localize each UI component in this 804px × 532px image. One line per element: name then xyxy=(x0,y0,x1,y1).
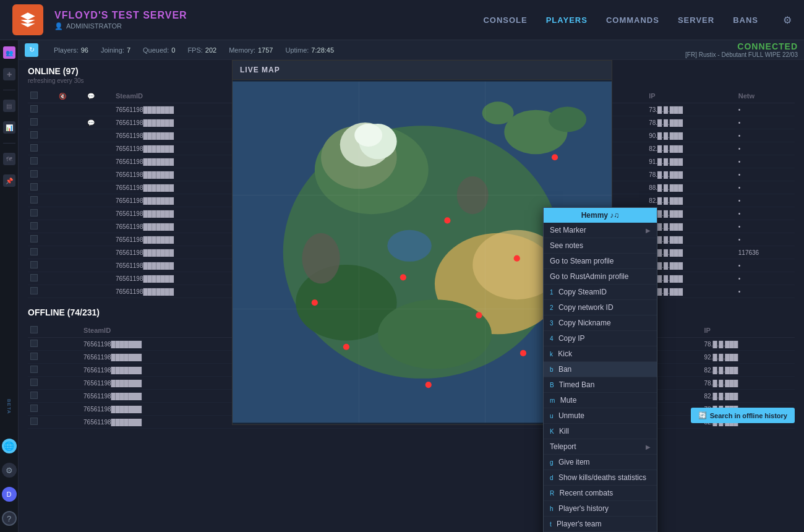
sidebar-icon-pin[interactable]: 📌 xyxy=(3,174,15,187)
cm-set-marker[interactable]: Set Marker ▶ xyxy=(544,223,657,238)
nav-bans[interactable]: BANS xyxy=(733,15,758,25)
row-checkbox[interactable] xyxy=(30,131,38,139)
cm-recent-combats[interactable]: R Recent combats xyxy=(544,486,657,501)
top-navigation: VFLOYD'S TEST SERVER 👤 ADMINISTRATOR CON… xyxy=(0,0,804,40)
row-checkbox[interactable] xyxy=(30,261,38,268)
svg-point-21 xyxy=(552,154,558,160)
refresh-button[interactable]: ↻ xyxy=(25,43,38,57)
row-checkbox[interactable] xyxy=(30,196,38,204)
cm-ban[interactable]: b Ban xyxy=(544,362,657,377)
cm-copy-network-id[interactable]: 2 Copy network ID xyxy=(544,300,657,315)
row-checkbox[interactable] xyxy=(30,209,38,217)
discord-icon[interactable]: D xyxy=(2,487,17,502)
globe-icon[interactable]: 🌐 xyxy=(2,439,17,453)
joining-label: Joining: xyxy=(101,46,124,54)
row-checkbox[interactable] xyxy=(30,392,38,399)
row-checkbox[interactable] xyxy=(30,366,38,373)
sidebar-divider-2 xyxy=(3,143,15,144)
row-checkbox[interactable] xyxy=(30,157,38,165)
row-checkbox[interactable] xyxy=(30,170,38,178)
cm-give-item[interactable]: g Give item xyxy=(544,455,657,470)
cm-label: b Ban xyxy=(550,365,571,374)
steamid-cell: 76561198███████ xyxy=(81,416,232,429)
settings-icon[interactable]: ⚙ xyxy=(783,14,792,26)
row-checkbox[interactable] xyxy=(30,183,38,191)
row-checkbox[interactable] xyxy=(30,418,38,425)
sidebar-icon-crosshair[interactable]: ✚ xyxy=(3,68,15,80)
sidebar-icon-filter[interactable]: ▤ xyxy=(3,100,15,112)
cm-copy-steamid[interactable]: 1 Copy SteamID xyxy=(544,285,657,300)
cm-mute[interactable]: m Mute xyxy=(544,393,657,408)
nav-players[interactable]: PLAYERS xyxy=(546,15,588,25)
help-icon[interactable]: ? xyxy=(2,511,17,526)
nav-commands[interactable]: COMMANDS xyxy=(606,15,659,25)
ip-cell: 78.█.█.███ xyxy=(646,285,736,298)
joining-value: 7 xyxy=(127,46,130,54)
nav-server[interactable]: SERVER xyxy=(678,15,714,25)
netw-cell: • xyxy=(736,285,795,298)
ip-cell: 90.█.█.███ xyxy=(646,259,736,272)
row-checkbox[interactable] xyxy=(30,340,38,347)
row-checkbox[interactable] xyxy=(30,118,38,126)
cm-kick[interactable]: k Kick xyxy=(544,346,657,362)
cm-steam-profile[interactable]: Go to Steam profile xyxy=(544,254,657,269)
col-ip2: IP xyxy=(702,324,795,338)
netw-cell: • xyxy=(736,155,795,168)
header-checkbox[interactable] xyxy=(30,92,38,99)
cm-key: 1 xyxy=(550,289,554,296)
cm-see-notes[interactable]: See notes xyxy=(544,238,657,254)
cm-kill[interactable]: K Kill xyxy=(544,424,657,439)
sidebar-icon-players[interactable]: 👥 xyxy=(3,46,15,59)
row-checkbox[interactable] xyxy=(30,248,38,255)
status-uptime: Uptime: 7:28:45 xyxy=(285,46,334,54)
col-chat xyxy=(69,324,81,338)
cm-copy-ip[interactable]: 4 Copy IP xyxy=(544,331,657,346)
ip-cell: 82.█.█.███ xyxy=(646,233,736,246)
cm-label: 1 Copy SteamID xyxy=(550,288,607,296)
cm-label: K Kill xyxy=(550,427,569,435)
status-fps: FPS: 202 xyxy=(187,46,216,54)
sidebar-icon-map[interactable]: 🗺 xyxy=(3,153,15,165)
row-checkbox[interactable] xyxy=(30,144,38,152)
netw-cell: • xyxy=(736,259,795,272)
cm-unmute[interactable]: u Unmute xyxy=(544,408,657,424)
row-checkbox[interactable] xyxy=(30,287,38,294)
cm-rustadmin-profile[interactable]: Go to RustAdmin profile xyxy=(544,269,657,285)
ip-cell: 82.█.█.███ xyxy=(646,142,736,155)
sidebar-divider-1 xyxy=(3,90,15,90)
chat-bubble-icon: 💬 xyxy=(87,119,95,126)
row-checkbox[interactable] xyxy=(30,379,38,386)
status-bar: ↻ Players: 96 Joining: 7 Queued: 0 FPS: … xyxy=(19,40,804,60)
svg-point-14 xyxy=(482,101,514,124)
nav-console[interactable]: CONSOLE xyxy=(483,15,527,25)
header-checkbox[interactable] xyxy=(30,326,38,333)
cm-copy-nickname[interactable]: 3 Copy Nickname xyxy=(544,315,657,331)
cm-key: R xyxy=(550,490,554,497)
col-checkbox xyxy=(28,89,56,103)
sidebar-icon-chart[interactable]: 📊 xyxy=(3,121,15,134)
col-steamid: SteamID xyxy=(81,324,232,338)
cm-label: k Kick xyxy=(550,350,572,358)
row-checkbox[interactable] xyxy=(30,105,38,113)
queued-value: 0 xyxy=(171,46,175,54)
netw-cell: 117636 xyxy=(736,246,795,259)
row-checkbox[interactable] xyxy=(30,235,38,242)
status-queued: Queued: 0 xyxy=(143,46,175,54)
row-checkbox[interactable] xyxy=(30,222,38,230)
svg-point-22 xyxy=(476,312,482,319)
ip-cell: 78.█.█.███ xyxy=(702,377,795,390)
steamid-cell: 76561198███████ xyxy=(81,377,232,390)
cm-player-history[interactable]: h Player's history xyxy=(544,501,657,517)
search-offline-button[interactable]: 🔄 Search in offline history xyxy=(691,408,795,423)
svg-point-13 xyxy=(549,107,586,132)
row-checkbox[interactable] xyxy=(30,405,38,412)
cm-timed-ban[interactable]: B Timed Ban xyxy=(544,377,657,393)
cm-kills-deaths[interactable]: d Show kills/deaths statistics xyxy=(544,470,657,486)
cm-players-team[interactable]: t Player's team xyxy=(544,517,657,532)
row-checkbox[interactable] xyxy=(30,274,38,281)
context-menu-header: Hemmy ♪♫ xyxy=(544,208,657,223)
content-area: ↻ Players: 96 Joining: 7 Queued: 0 FPS: … xyxy=(19,40,804,532)
gear-icon[interactable]: ⚙ xyxy=(2,463,17,478)
cm-teleport[interactable]: Teleport ▶ xyxy=(544,439,657,455)
row-checkbox[interactable] xyxy=(30,353,38,360)
